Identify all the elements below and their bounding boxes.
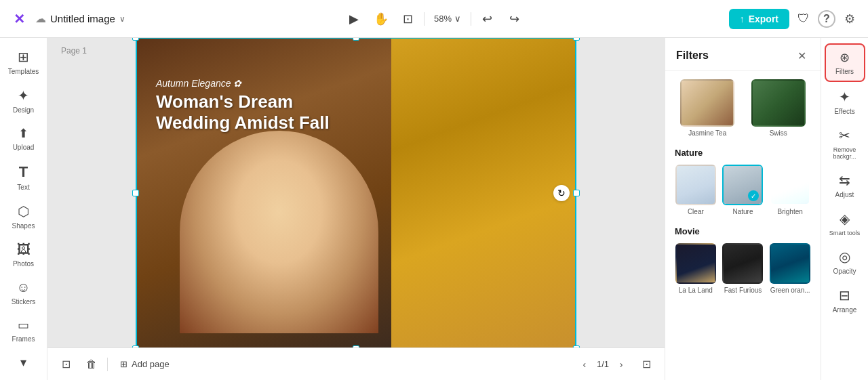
page-prev-button[interactable]: ‹ — [575, 355, 594, 374]
resize-handle-bm[interactable] — [353, 345, 359, 348]
filter-thumb-brighten — [770, 165, 810, 205]
resize-handle-tm[interactable] — [353, 38, 359, 41]
resize-handle-ml[interactable] — [132, 190, 139, 196]
right-tool-smart-tools[interactable]: ◈ Smart tools — [825, 205, 865, 242]
filter-item-green-oran[interactable]: Green oran... — [769, 243, 811, 294]
upload-icon: ⬆ — [18, 126, 28, 141]
movie-section-label: Movie — [675, 226, 811, 236]
sidebar-item-design[interactable]: ✦ Design — [3, 82, 44, 119]
rotate-handle[interactable]: ↻ — [553, 185, 570, 201]
redo-button[interactable]: ↪ — [502, 7, 526, 30]
adjust-tool-label: Adjust — [835, 191, 854, 198]
subtitle-text: Autumn Elegance ✿ — [156, 78, 241, 89]
export-button[interactable]: ↑ Export — [729, 9, 789, 29]
right-tool-adjust[interactable]: ⇆ Adjust — [825, 167, 865, 204]
right-tool-filters[interactable]: ⊛ Filters — [825, 43, 865, 82]
smart-tools-icon: ◈ — [840, 211, 850, 227]
arrange-tool-label: Arrange — [833, 306, 857, 314]
document-title[interactable]: Untitled image — [50, 13, 115, 24]
filter-name-brighten: Brighten — [778, 208, 803, 215]
fullscreen-button[interactable]: ⊡ — [636, 354, 656, 375]
page-label: Page 1 — [61, 46, 87, 56]
filter-item-clear[interactable]: Clear — [675, 165, 717, 215]
right-tool-panel: ⊛ Filters ✦ Effects ✂ Remove backgr... ⇆… — [821, 38, 868, 380]
resize-handle-mr[interactable] — [573, 190, 580, 196]
resize-handle-tl[interactable] — [132, 38, 139, 41]
remove-bg-tool-label: Remove backgr... — [827, 146, 863, 160]
topbar-right: ↑ Export 🛡 ? ⚙ — [729, 9, 860, 29]
sidebar-item-frames[interactable]: ▭ Frames — [3, 312, 44, 348]
stickers-icon: ☺ — [16, 280, 30, 295]
hand-tool-button[interactable]: ✋ — [370, 7, 393, 30]
filter-name-fast-furious: Fast Furious — [724, 287, 762, 294]
frame-tool-button[interactable]: ⊡ — [397, 7, 420, 30]
filters-body: Jasmine Tea Swiss Nature Clear — [665, 71, 821, 380]
filter-name-nature: Nature — [732, 208, 753, 215]
settings-icon[interactable]: ⚙ — [840, 9, 860, 29]
filter-item-jasmine-tea[interactable]: Jasmine Tea — [675, 79, 741, 137]
effects-tool-icon: ✦ — [839, 89, 850, 105]
resize-handle-br[interactable] — [573, 345, 580, 348]
sidebar-item-photos[interactable]: 🖼 Photos — [3, 236, 44, 273]
title-chevron-icon[interactable]: ∨ — [119, 14, 125, 24]
topbar-center-tools: ▶ ✋ ⊡ 58% ∨ ↩ ↪ — [342, 7, 526, 30]
right-tool-remove-bg[interactable]: ✂ Remove backgr... — [825, 122, 865, 165]
bottom-divider — [107, 358, 108, 371]
undo-button[interactable]: ↩ — [475, 7, 498, 30]
filter-name-clear: Clear — [688, 208, 704, 215]
templates-icon: ⊞ — [18, 49, 29, 65]
sidebar-item-templates[interactable]: ⊞ Templates — [3, 43, 44, 81]
filter-item-nature[interactable]: ✓ Nature — [722, 165, 764, 215]
filters-tool-label: Filters — [835, 68, 854, 75]
add-page-icon: ⊞ — [120, 359, 127, 369]
filter-item-brighten[interactable]: Brighten — [769, 165, 811, 215]
filter-item-fast-furious[interactable]: Fast Furious — [722, 243, 764, 294]
canvas-wrapper[interactable]: Page 1 ⊡ ⊞ ⧉ ••• — [47, 38, 665, 347]
sidebar-item-text[interactable]: T Text — [3, 158, 44, 196]
topbar: ✕ ☁ Untitled image ∨ ▶ ✋ ⊡ 58% ∨ ↩ ↪ ↑ E… — [0, 0, 868, 38]
right-tool-effects[interactable]: ✦ Effects — [825, 83, 865, 121]
add-page-button[interactable]: ⊞ Add page — [113, 354, 176, 375]
canvas-image-right — [391, 38, 576, 347]
laland-preview — [677, 245, 715, 282]
select-tool-button[interactable]: ▶ — [342, 7, 366, 30]
shapes-label: Shapes — [12, 222, 35, 230]
filter-name-swiss: Swiss — [770, 129, 787, 137]
delete-button[interactable]: 🗑 — [81, 354, 102, 375]
filter-item-la-la-land[interactable]: La La Land — [675, 243, 717, 294]
filter-name-jasmine-tea: Jasmine Tea — [688, 129, 726, 137]
save-icon-button[interactable]: ⊡ — [56, 354, 76, 375]
design-label: Design — [13, 106, 34, 114]
left-sidebar: ⊞ Templates ✦ Design ⬆ Upload T Text ⬡ S… — [0, 38, 47, 380]
resize-handle-bl[interactable] — [132, 345, 139, 348]
export-label: Export — [749, 14, 778, 24]
stickers-label: Stickers — [12, 298, 36, 305]
zoom-value: 58% — [434, 14, 452, 24]
filter-thumb-green-oran — [770, 243, 810, 284]
sidebar-item-more[interactable]: ▾ — [3, 350, 44, 375]
templates-label: Templates — [8, 68, 39, 75]
text-label: Text — [17, 184, 29, 191]
figure-element — [180, 131, 378, 333]
effects-tool-label: Effects — [834, 108, 854, 115]
filters-tool-icon: ⊛ — [840, 50, 850, 65]
resize-handle-tr[interactable] — [573, 38, 580, 41]
canvas-text-line2: Wedding Amidst Fall — [156, 112, 330, 133]
help-icon[interactable]: ? — [818, 10, 835, 28]
filter-movie-section: La La Land Fast Furious Green oran... — [675, 243, 811, 294]
main-layout: ⊞ Templates ✦ Design ⬆ Upload T Text ⬡ S… — [0, 38, 868, 380]
right-tool-arrange[interactable]: ⊟ Arrange — [825, 282, 865, 319]
opacity-tool-icon: ◎ — [839, 249, 850, 265]
filters-close-button[interactable]: ✕ — [793, 47, 810, 64]
sidebar-item-stickers[interactable]: ☺ Stickers — [3, 274, 44, 311]
sidebar-item-shapes[interactable]: ⬡ Shapes — [3, 198, 44, 235]
sidebar-item-upload[interactable]: ⬆ Upload — [3, 121, 44, 156]
filter-item-swiss[interactable]: Swiss — [746, 79, 812, 137]
clear-preview — [677, 166, 715, 204]
brighten-preview — [771, 166, 809, 204]
right-tool-opacity[interactable]: ◎ Opacity — [825, 243, 865, 280]
page-next-button[interactable]: › — [612, 355, 631, 374]
shield-icon[interactable]: 🛡 — [793, 9, 814, 29]
swiss-preview — [753, 81, 804, 125]
zoom-button[interactable]: 58% ∨ — [429, 7, 467, 30]
